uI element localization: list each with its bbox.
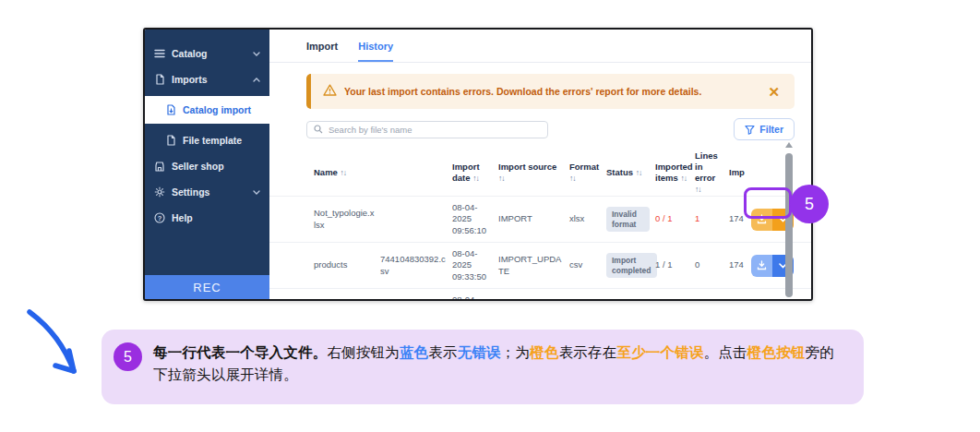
sidebar-item-seller-shop[interactable]: Seller shop	[145, 153, 269, 179]
column-header: Imp	[729, 167, 751, 178]
table-header-row: Name ↑↓Import date ↑↓Import source ↑↓For…	[269, 150, 811, 196]
rec-button[interactable]: REC	[145, 275, 269, 299]
cell-name: Not_typologie.xlsx	[314, 202, 380, 236]
callout-segment: 表示存在	[559, 344, 617, 360]
cell-file: 744104790803.csv	[380, 294, 452, 299]
warning-icon	[323, 83, 337, 100]
cell-lines-in-error: 1	[695, 208, 729, 230]
sidebar-item-label: Catalog import	[183, 104, 251, 115]
chevron-down-icon	[253, 190, 260, 195]
column-header[interactable]: Status ↑↓	[606, 167, 655, 178]
scroll-up-icon[interactable]	[785, 142, 793, 148]
sidebar-item-label: Settings	[172, 186, 209, 198]
callout-segment: 。点击	[704, 344, 747, 360]
download-button[interactable]	[751, 255, 772, 277]
imports-table: Name ↑↓Import date ↑↓Import source ↑↓For…	[269, 150, 811, 299]
cell-imp: 174	[729, 254, 751, 276]
callout-segment: 每一行代表一个导入文件。	[153, 344, 327, 360]
scrollbar-thumb[interactable]	[785, 153, 793, 297]
tab-history[interactable]: History	[358, 41, 393, 62]
callout-segment: ；为	[501, 344, 530, 360]
table-row: products744104790803.csv08-04-2025 09:33…	[269, 288, 811, 299]
column-header[interactable]: Imported items ↑↓	[655, 162, 695, 184]
funnel-icon	[745, 125, 755, 135]
filter-button[interactable]: Filter	[734, 118, 795, 140]
table-row: products744104830392.csv08-04-2025 09:33…	[269, 242, 811, 288]
sidebar-item-label: Catalog	[172, 48, 208, 59]
cell-format: csv	[569, 254, 606, 276]
help-icon: ?	[154, 212, 165, 223]
sidebar-item-catalog-import[interactable]: Catalog import	[145, 96, 269, 124]
cell-import-source: IMPORT	[498, 208, 569, 230]
search-input[interactable]	[329, 125, 541, 135]
sidebar: CatalogImportsCatalog importFile templat…	[145, 30, 269, 299]
cell-status: Import completed	[606, 247, 655, 283]
search-icon	[314, 125, 323, 134]
sort-icon[interactable]: ↑↓	[341, 168, 347, 177]
sidebar-item-label: Help	[172, 212, 193, 223]
sort-icon[interactable]: ↑↓	[636, 168, 642, 177]
status-badge: Import completed	[606, 253, 657, 278]
column-header[interactable]: Import date ↑↓	[452, 162, 498, 184]
error-banner: Your last import contains errors. Downlo…	[306, 74, 795, 109]
sidebar-item-label: Seller shop	[172, 161, 224, 172]
cell-name: products	[314, 254, 380, 276]
callout-segment: 无错误	[458, 344, 501, 360]
sort-icon[interactable]: ↑↓	[680, 174, 687, 183]
callout-segment: 右侧按钮为	[327, 344, 400, 360]
sidebar-item-settings[interactable]: Settings	[145, 179, 269, 205]
cell-format: xlsx	[569, 208, 606, 230]
file-icon	[154, 74, 165, 85]
vertical-scrollbar[interactable]	[785, 142, 793, 297]
column-header[interactable]: Lines in error ↑↓	[695, 150, 729, 195]
cell-import-date: 08-04-2025 09:33:50	[452, 243, 498, 288]
cell-imported-items: 1 / 1	[655, 254, 695, 276]
column-header[interactable]: Name ↑↓	[314, 167, 380, 178]
annotation-step-circle: 5	[790, 185, 829, 223]
sidebar-item-catalog[interactable]: Catalog	[145, 41, 269, 66]
cell-import-date: 08-04-2025 09:56:10	[452, 197, 498, 242]
menu-icon	[154, 49, 165, 58]
sidebar-item-label: File template	[183, 135, 242, 146]
download-icon	[757, 214, 767, 224]
sidebar-item-file-template[interactable]: File template	[145, 127, 269, 153]
main-content: Import History Your last import contains…	[269, 30, 811, 299]
cell-file: 744104830392.csv	[380, 248, 452, 282]
filter-label: Filter	[759, 124, 783, 135]
callout-segment: 蓝色	[400, 344, 428, 360]
callout-segment: 橙色按钮	[747, 344, 806, 360]
column-header[interactable]: Import source ↑↓	[498, 162, 569, 184]
sidebar-item-label: Imports	[172, 74, 208, 85]
file-import-icon	[165, 104, 176, 115]
callout-segment: 表示	[428, 344, 457, 360]
cell-imp: 174	[729, 208, 751, 230]
sidebar-nav: CatalogImportsCatalog importFile templat…	[145, 30, 269, 231]
column-header[interactable]: Format ↑↓	[569, 162, 606, 184]
cell-import-source: IMPORT_UPDATE	[498, 248, 569, 282]
sort-icon[interactable]: ↑↓	[695, 185, 701, 194]
search-box[interactable]	[306, 121, 548, 138]
tab-bar: Import History	[269, 30, 811, 63]
cell-imported-items: 0 / 1	[655, 208, 695, 230]
file-icon	[165, 135, 176, 146]
download-button[interactable]	[751, 209, 772, 231]
sort-icon[interactable]: ↑↓	[569, 174, 576, 183]
app-window: CatalogImportsCatalog importFile templat…	[143, 28, 813, 301]
sort-icon[interactable]: ↑↓	[498, 174, 505, 183]
cell-status: Invalid format	[606, 201, 655, 237]
cell-import-date: 08-04-2025 09:33:10	[452, 289, 498, 299]
cell-status: Import completed	[606, 294, 655, 299]
banner-message: Your last import contains errors. Downlo…	[344, 86, 759, 97]
callout: 5 每一行代表一个导入文件。右侧按钮为蓝色表示无错误；为橙色表示存在至少一个错误…	[102, 330, 864, 404]
table-body: Not_typologie.xlsx08-04-2025 09:56:10IMP…	[269, 196, 811, 299]
status-badge: Invalid format	[606, 207, 650, 232]
sidebar-item-imports[interactable]: Imports	[145, 66, 269, 92]
cell-import-source: IMPORT_UPDATE	[498, 294, 569, 299]
sidebar-item-help[interactable]: ?Help	[145, 205, 269, 231]
sort-icon[interactable]: ↑↓	[472, 174, 479, 183]
annotation-arrow	[17, 305, 94, 390]
svg-text:?: ?	[158, 214, 162, 222]
callout-step-badge: 5	[114, 342, 142, 371]
close-icon[interactable]: ✕	[766, 85, 782, 99]
tab-import[interactable]: Import	[306, 41, 338, 62]
